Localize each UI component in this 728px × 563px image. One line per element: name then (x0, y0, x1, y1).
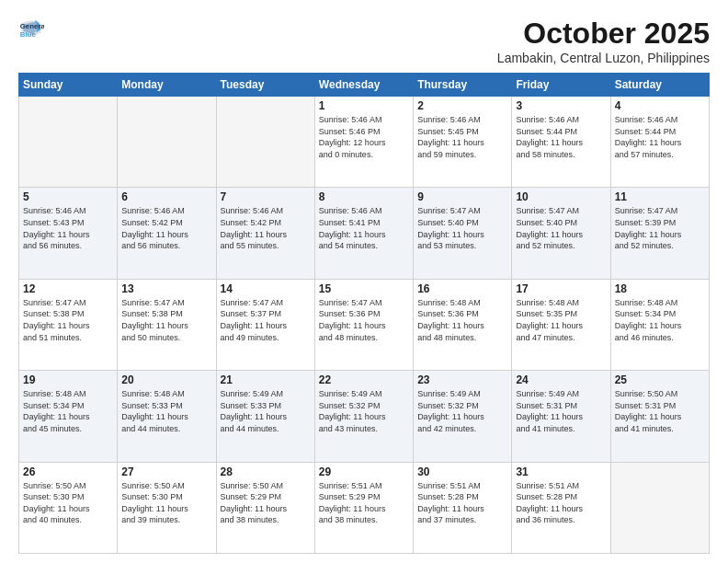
table-row: 16Sunrise: 5:48 AM Sunset: 5:36 PM Dayli… (414, 279, 512, 370)
calendar-table: Sunday Monday Tuesday Wednesday Thursday… (18, 73, 710, 554)
table-row: 11Sunrise: 5:47 AM Sunset: 5:39 PM Dayli… (610, 188, 709, 279)
day-info: Sunrise: 5:49 AM Sunset: 5:32 PM Dayligh… (319, 388, 409, 434)
header-sunday: Sunday (19, 74, 118, 97)
day-info: Sunrise: 5:46 AM Sunset: 5:44 PM Dayligh… (516, 114, 606, 160)
location: Lambakin, Central Luzon, Philippines (497, 51, 710, 65)
day-number: 28 (221, 465, 311, 478)
table-row: 9Sunrise: 5:47 AM Sunset: 5:40 PM Daylig… (414, 188, 512, 279)
day-number: 16 (417, 282, 507, 295)
day-info: Sunrise: 5:46 AM Sunset: 5:46 PM Dayligh… (319, 114, 409, 160)
day-info: Sunrise: 5:48 AM Sunset: 5:36 PM Dayligh… (417, 297, 507, 343)
calendar-week-row: 19Sunrise: 5:48 AM Sunset: 5:34 PM Dayli… (19, 371, 710, 462)
table-row: 7Sunrise: 5:46 AM Sunset: 5:42 PM Daylig… (216, 188, 314, 279)
day-info: Sunrise: 5:49 AM Sunset: 5:31 PM Dayligh… (516, 388, 606, 434)
day-info: Sunrise: 5:48 AM Sunset: 5:35 PM Dayligh… (516, 297, 606, 343)
page: General Blue October 2025 Lambakin, Cent… (0, 0, 728, 563)
day-number: 23 (417, 373, 507, 386)
table-row: 17Sunrise: 5:48 AM Sunset: 5:35 PM Dayli… (512, 279, 610, 370)
day-info: Sunrise: 5:46 AM Sunset: 5:42 PM Dayligh… (221, 205, 311, 251)
table-row: 28Sunrise: 5:50 AM Sunset: 5:29 PM Dayli… (216, 462, 314, 553)
day-number: 18 (615, 282, 705, 295)
header-thursday: Thursday (414, 74, 512, 97)
table-row: 31Sunrise: 5:51 AM Sunset: 5:28 PM Dayli… (512, 462, 610, 553)
day-info: Sunrise: 5:47 AM Sunset: 5:39 PM Dayligh… (615, 205, 705, 251)
table-row: 2Sunrise: 5:46 AM Sunset: 5:45 PM Daylig… (414, 97, 512, 188)
day-number: 21 (221, 373, 311, 386)
day-number: 3 (516, 99, 606, 112)
header-saturday: Saturday (610, 74, 709, 97)
table-row: 22Sunrise: 5:49 AM Sunset: 5:32 PM Dayli… (314, 371, 413, 462)
day-info: Sunrise: 5:47 AM Sunset: 5:36 PM Dayligh… (319, 297, 409, 343)
table-row: 1Sunrise: 5:46 AM Sunset: 5:46 PM Daylig… (314, 97, 413, 188)
month-title: October 2025 (497, 17, 710, 51)
day-number: 6 (121, 190, 211, 203)
day-info: Sunrise: 5:49 AM Sunset: 5:33 PM Dayligh… (221, 388, 311, 434)
table-row (610, 462, 709, 553)
table-row: 21Sunrise: 5:49 AM Sunset: 5:33 PM Dayli… (216, 371, 314, 462)
day-info: Sunrise: 5:48 AM Sunset: 5:34 PM Dayligh… (615, 297, 705, 343)
table-row: 19Sunrise: 5:48 AM Sunset: 5:34 PM Dayli… (19, 371, 118, 462)
day-number: 8 (319, 190, 409, 203)
day-number: 15 (319, 282, 409, 295)
svg-text:General: General (20, 22, 44, 30)
calendar-week-row: 1Sunrise: 5:46 AM Sunset: 5:46 PM Daylig… (19, 97, 710, 188)
table-row (19, 97, 118, 188)
day-number: 2 (417, 99, 507, 112)
table-row: 13Sunrise: 5:47 AM Sunset: 5:38 PM Dayli… (118, 279, 216, 370)
day-info: Sunrise: 5:46 AM Sunset: 5:45 PM Dayligh… (417, 114, 507, 160)
table-row (118, 97, 216, 188)
day-number: 25 (615, 373, 705, 386)
table-row: 14Sunrise: 5:47 AM Sunset: 5:37 PM Dayli… (216, 279, 314, 370)
day-info: Sunrise: 5:48 AM Sunset: 5:33 PM Dayligh… (121, 388, 211, 434)
day-info: Sunrise: 5:47 AM Sunset: 5:40 PM Dayligh… (417, 205, 507, 251)
day-number: 22 (319, 373, 409, 386)
svg-text:Blue: Blue (20, 30, 37, 39)
table-row: 25Sunrise: 5:50 AM Sunset: 5:31 PM Dayli… (610, 371, 709, 462)
table-row: 12Sunrise: 5:47 AM Sunset: 5:38 PM Dayli… (19, 279, 118, 370)
logo: General Blue (18, 17, 46, 42)
day-number: 13 (121, 282, 211, 295)
day-number: 1 (319, 99, 409, 112)
title-block: October 2025 Lambakin, Central Luzon, Ph… (497, 17, 710, 65)
calendar-week-row: 26Sunrise: 5:50 AM Sunset: 5:30 PM Dayli… (19, 462, 710, 553)
day-number: 19 (23, 373, 113, 386)
day-info: Sunrise: 5:47 AM Sunset: 5:37 PM Dayligh… (221, 297, 311, 343)
table-row: 27Sunrise: 5:50 AM Sunset: 5:30 PM Dayli… (118, 462, 216, 553)
day-number: 7 (221, 190, 311, 203)
day-number: 31 (516, 465, 606, 478)
day-info: Sunrise: 5:51 AM Sunset: 5:28 PM Dayligh… (516, 480, 606, 526)
day-info: Sunrise: 5:50 AM Sunset: 5:29 PM Dayligh… (221, 480, 311, 526)
calendar-header-row: Sunday Monday Tuesday Wednesday Thursday… (19, 74, 710, 97)
day-info: Sunrise: 5:47 AM Sunset: 5:38 PM Dayligh… (23, 297, 113, 343)
table-row: 3Sunrise: 5:46 AM Sunset: 5:44 PM Daylig… (512, 97, 610, 188)
day-info: Sunrise: 5:50 AM Sunset: 5:30 PM Dayligh… (23, 480, 113, 526)
day-info: Sunrise: 5:51 AM Sunset: 5:29 PM Dayligh… (319, 480, 409, 526)
table-row: 29Sunrise: 5:51 AM Sunset: 5:29 PM Dayli… (314, 462, 413, 553)
day-info: Sunrise: 5:51 AM Sunset: 5:28 PM Dayligh… (417, 480, 507, 526)
table-row: 8Sunrise: 5:46 AM Sunset: 5:41 PM Daylig… (314, 188, 413, 279)
header: General Blue October 2025 Lambakin, Cent… (18, 17, 710, 65)
day-number: 11 (615, 190, 705, 203)
table-row (216, 97, 314, 188)
day-number: 9 (417, 190, 507, 203)
day-number: 26 (23, 465, 113, 478)
day-number: 20 (121, 373, 211, 386)
table-row: 20Sunrise: 5:48 AM Sunset: 5:33 PM Dayli… (118, 371, 216, 462)
day-number: 10 (516, 190, 606, 203)
calendar-week-row: 12Sunrise: 5:47 AM Sunset: 5:38 PM Dayli… (19, 279, 710, 370)
table-row: 26Sunrise: 5:50 AM Sunset: 5:30 PM Dayli… (19, 462, 118, 553)
day-info: Sunrise: 5:46 AM Sunset: 5:41 PM Dayligh… (319, 205, 409, 251)
table-row: 6Sunrise: 5:46 AM Sunset: 5:42 PM Daylig… (118, 188, 216, 279)
day-number: 24 (516, 373, 606, 386)
day-info: Sunrise: 5:46 AM Sunset: 5:44 PM Dayligh… (615, 114, 705, 160)
table-row: 24Sunrise: 5:49 AM Sunset: 5:31 PM Dayli… (512, 371, 610, 462)
table-row: 4Sunrise: 5:46 AM Sunset: 5:44 PM Daylig… (610, 97, 709, 188)
day-number: 30 (417, 465, 507, 478)
table-row: 15Sunrise: 5:47 AM Sunset: 5:36 PM Dayli… (314, 279, 413, 370)
day-number: 5 (23, 190, 113, 203)
day-number: 14 (221, 282, 311, 295)
calendar-week-row: 5Sunrise: 5:46 AM Sunset: 5:43 PM Daylig… (19, 188, 710, 279)
table-row: 10Sunrise: 5:47 AM Sunset: 5:40 PM Dayli… (512, 188, 610, 279)
day-info: Sunrise: 5:46 AM Sunset: 5:42 PM Dayligh… (121, 205, 211, 251)
day-info: Sunrise: 5:47 AM Sunset: 5:40 PM Dayligh… (516, 205, 606, 251)
